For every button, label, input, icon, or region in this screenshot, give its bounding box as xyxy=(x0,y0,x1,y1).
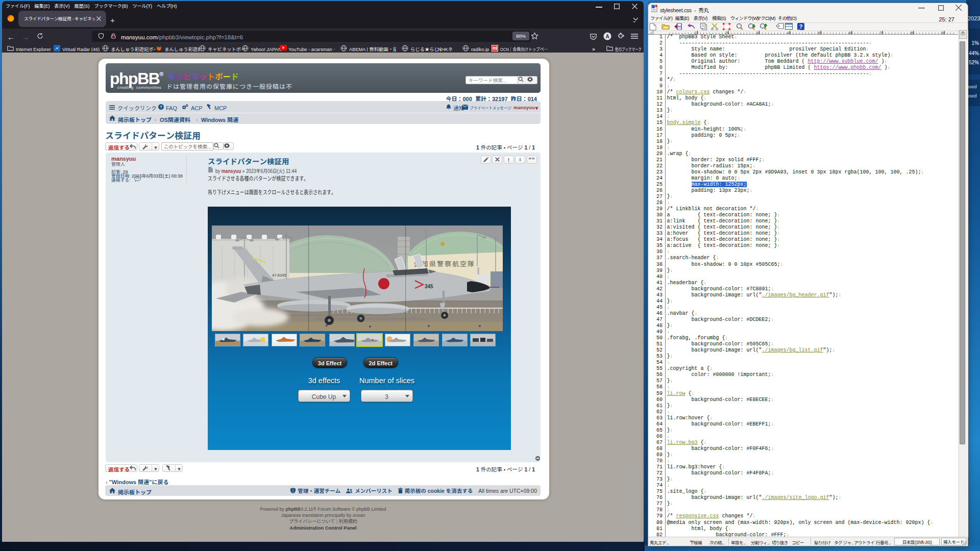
svg-text:47-8345: 47-8345 xyxy=(272,273,286,278)
svg-text:A: A xyxy=(605,34,609,39)
svg-text:345: 345 xyxy=(425,284,433,289)
svg-text:?: ? xyxy=(799,23,803,30)
svg-text:?: ? xyxy=(160,105,162,109)
